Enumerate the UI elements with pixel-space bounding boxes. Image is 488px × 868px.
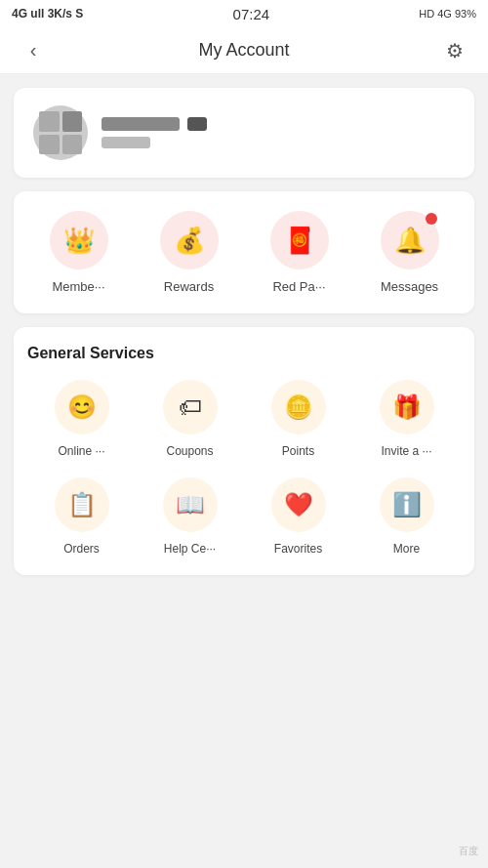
quick-icon-redpack: 🧧 [270,211,329,269]
quick-label-rewards: Rewards [164,279,214,294]
quick-icon-member: 👑 [50,211,108,269]
services-title: General Services [27,345,461,362]
service-icon-helpcenter: 📖 [163,477,218,532]
quick-icon-rewards: 💰 [160,211,219,269]
notification-badge [426,213,437,225]
service-icon-online: 😊 [55,380,109,434]
back-button[interactable]: ‹ [16,33,51,68]
service-icon-invite: 🎁 [380,380,434,434]
service-label-more: More [393,542,420,556]
service-label-coupons: Coupons [166,444,213,458]
service-label-helpcenter: Help Ce··· [164,542,216,556]
battery-text: HD 4G 93% [419,8,476,20]
avatar-block-1 [39,111,60,132]
watermark: 百度 [459,845,478,858]
user-subtitle [102,137,150,148]
service-item-helpcenter[interactable]: 📖Help Ce··· [136,477,244,556]
service-icon-favorites: ❤️ [271,477,326,532]
quick-item-redpack[interactable]: 🧧Red Pa··· [244,211,354,294]
service-item-points[interactable]: 🪙Points [244,380,352,458]
service-label-orders: Orders [63,542,100,556]
service-item-invite[interactable]: 🎁Invite a ··· [352,380,461,458]
quick-item-rewards[interactable]: 💰Rewards [134,211,244,294]
quick-item-member[interactable]: 👑Membe··· [23,211,134,294]
status-left: 4G ull 3K/s S [12,7,83,21]
avatar-block-3 [39,135,60,155]
service-icon-orders: 📋 [55,477,109,532]
service-icon-more: ℹ️ [380,477,434,532]
service-icon-points: 🪙 [271,380,326,434]
quick-actions: 👑Membe···💰Rewards🧧Red Pa···🔔Messages [14,191,474,313]
quick-icon-messages: 🔔 [381,211,439,269]
signal-text: 4G ull 3K/s S [12,7,83,21]
user-name-row [102,117,455,131]
service-item-more[interactable]: ℹ️More [352,477,461,556]
page-title: My Account [198,40,289,61]
service-item-orders[interactable]: 📋Orders [27,477,136,556]
name-block-accent [187,117,207,131]
quick-label-redpack: Red Pa··· [272,279,325,294]
services-card: General Services 😊Online ···🏷Coupons🪙Poi… [14,327,474,575]
quick-label-messages: Messages [381,279,438,294]
main-content: 👑Membe···💰Rewards🧧Red Pa···🔔Messages Gen… [0,74,488,595]
top-nav: ‹ My Account ⚙ [0,27,488,74]
service-item-coupons[interactable]: 🏷Coupons [136,380,244,458]
service-item-online[interactable]: 😊Online ··· [27,380,136,458]
avatar-block-4 [62,135,83,155]
status-right: HD 4G 93% [419,8,476,20]
service-label-online: Online ··· [58,444,104,458]
service-label-invite: Invite a ··· [381,444,431,458]
service-item-favorites[interactable]: ❤️Favorites [244,477,352,556]
service-icon-coupons: 🏷 [163,380,218,434]
services-grid: 😊Online ···🏷Coupons🪙Points🎁Invite a ···📋… [27,380,461,556]
service-label-favorites: Favorites [274,542,322,556]
profile-card [14,88,474,178]
avatar-block-2 [62,111,83,132]
quick-item-messages[interactable]: 🔔Messages [354,211,465,294]
user-info [102,117,455,148]
service-label-points: Points [282,444,314,458]
settings-button[interactable]: ⚙ [437,33,472,68]
status-time: 07:24 [233,6,270,22]
quick-label-member: Membe··· [52,279,104,294]
avatar [33,105,88,160]
name-block-main [102,117,180,131]
status-bar: 4G ull 3K/s S 07:24 HD 4G 93% [0,0,488,27]
